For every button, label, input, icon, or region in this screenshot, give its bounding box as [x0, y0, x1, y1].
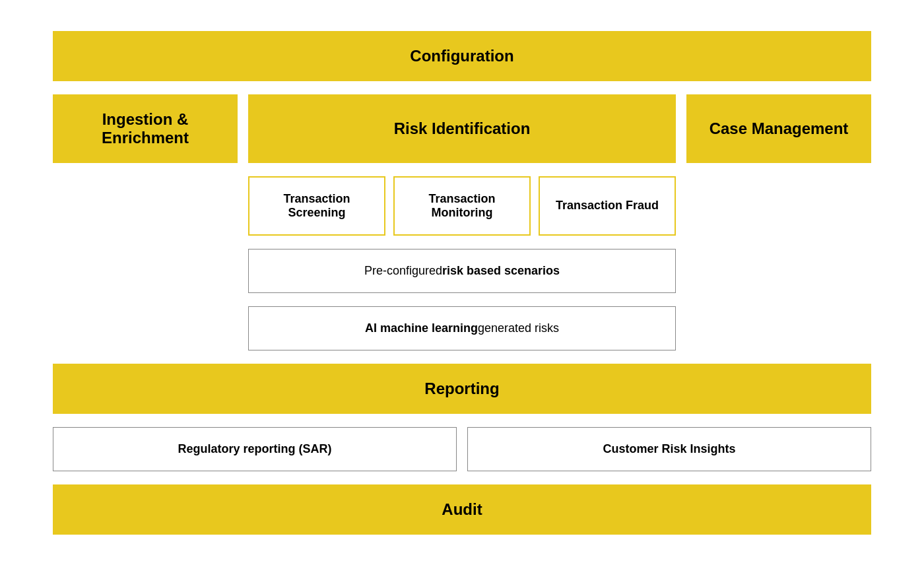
- transaction-monitoring-box: Transaction Monitoring: [393, 176, 531, 236]
- reporting-sub-row: Regulatory reporting (SAR) Customer Risk…: [53, 427, 871, 471]
- transactions-row: Transaction Screening Transaction Monito…: [248, 176, 676, 236]
- transaction-monitoring-label: Transaction Monitoring: [408, 192, 516, 220]
- ingestion-box: Ingestion & Enrichment: [53, 94, 238, 163]
- configuration-box: Configuration: [53, 31, 871, 81]
- regulatory-reporting-box: Regulatory reporting (SAR): [53, 427, 457, 471]
- ai-bold: AI machine learning: [365, 321, 478, 335]
- transaction-fraud-box: Transaction Fraud: [539, 176, 676, 236]
- transaction-screening-box: Transaction Screening: [248, 176, 385, 236]
- transaction-screening-label: Transaction Screening: [263, 192, 371, 220]
- regulatory-reporting-label: Regulatory reporting (SAR): [178, 442, 331, 456]
- case-management-box: Case Management: [686, 94, 871, 163]
- case-management-label: Case Management: [710, 119, 849, 138]
- ingestion-label: Ingestion & Enrichment: [67, 110, 223, 147]
- customer-risk-insights-box: Customer Risk Insights: [467, 427, 871, 471]
- transaction-fraud-label: Transaction Fraud: [556, 199, 659, 213]
- risk-identification-box: Risk Identification: [248, 94, 676, 163]
- audit-label: Audit: [442, 500, 482, 519]
- reporting-box: Reporting: [53, 364, 871, 414]
- ai-suffix: generated risks: [478, 321, 559, 335]
- risk-identification-label: Risk Identification: [394, 119, 531, 138]
- ai-machine-learning-box: AI machine learning generated risks: [248, 306, 676, 350]
- preconfigured-prefix: Pre-configured: [364, 264, 442, 278]
- preconfigured-scenarios-box: Pre-configured risk based scenarios: [248, 249, 676, 293]
- page-wrapper: Configuration Ingestion & Enrichment Ris…: [26, 5, 898, 561]
- customer-risk-insights-label: Customer Risk Insights: [603, 442, 735, 456]
- configuration-label: Configuration: [410, 47, 513, 65]
- preconfigured-bold: risk based scenarios: [442, 264, 560, 278]
- middle-header-row: Ingestion & Enrichment Risk Identificati…: [53, 94, 871, 163]
- audit-box: Audit: [53, 484, 871, 535]
- reporting-label: Reporting: [424, 380, 499, 398]
